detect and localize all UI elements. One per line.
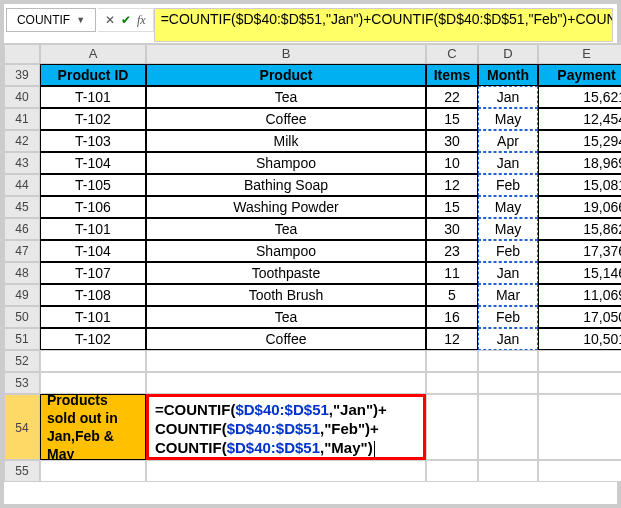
row-header[interactable]: 47 xyxy=(4,240,40,262)
cell[interactable]: Washing Powder xyxy=(146,196,426,218)
empty-cell[interactable] xyxy=(538,372,621,394)
cell-month[interactable]: Jan xyxy=(478,86,538,108)
cell[interactable]: T-104 xyxy=(40,240,146,262)
cell[interactable]: 15,294 xyxy=(538,130,621,152)
row-header[interactable]: 50 xyxy=(4,306,40,328)
row-header[interactable]: 48 xyxy=(4,262,40,284)
cell[interactable]: 15,862 xyxy=(538,218,621,240)
cell[interactable]: 12 xyxy=(426,174,478,196)
row-header[interactable]: 39 xyxy=(4,64,40,86)
empty-cell[interactable] xyxy=(538,350,621,372)
row-header[interactable]: 49 xyxy=(4,284,40,306)
row-header[interactable]: 55 xyxy=(4,460,40,482)
cell[interactable]: 11,069 xyxy=(538,284,621,306)
row-header[interactable]: 43 xyxy=(4,152,40,174)
row-header[interactable]: 52 xyxy=(4,350,40,372)
empty-cell[interactable] xyxy=(478,460,538,482)
empty-cell[interactable] xyxy=(146,350,426,372)
empty-cell[interactable] xyxy=(146,372,426,394)
cell[interactable]: T-107 xyxy=(40,262,146,284)
cell[interactable]: 15 xyxy=(426,108,478,130)
row-header[interactable]: 44 xyxy=(4,174,40,196)
cell[interactable]: T-101 xyxy=(40,86,146,108)
cell-month[interactable]: May xyxy=(478,108,538,130)
cell[interactable]: 23 xyxy=(426,240,478,262)
empty-cell[interactable] xyxy=(426,460,478,482)
empty-cell[interactable] xyxy=(40,350,146,372)
spreadsheet-grid[interactable]: A B C D E 39 Product ID Product Items Mo… xyxy=(4,44,617,482)
cell[interactable]: T-101 xyxy=(40,218,146,240)
cell[interactable]: 15 xyxy=(426,196,478,218)
header-items[interactable]: Items xyxy=(426,64,478,86)
cell[interactable]: 22 xyxy=(426,86,478,108)
row-header[interactable]: 53 xyxy=(4,372,40,394)
cell-month[interactable]: Apr xyxy=(478,130,538,152)
empty-cell[interactable] xyxy=(40,460,146,482)
select-all-corner[interactable] xyxy=(4,44,40,64)
formula-bar-input[interactable]: =COUNTIF($D$40:$D$51,"Jan")+COUNTIF($D$4… xyxy=(154,8,613,42)
empty-cell[interactable] xyxy=(146,460,426,482)
row-header[interactable]: 45 xyxy=(4,196,40,218)
name-box[interactable]: COUNTIF ▼ xyxy=(6,8,96,32)
row-header[interactable]: 51 xyxy=(4,328,40,350)
header-product-id[interactable]: Product ID xyxy=(40,64,146,86)
empty-cell[interactable] xyxy=(538,394,621,460)
cell[interactable]: Toothpaste xyxy=(146,262,426,284)
col-header-E[interactable]: E xyxy=(538,44,621,64)
cell[interactable]: 5 xyxy=(426,284,478,306)
cell-month[interactable]: May xyxy=(478,196,538,218)
row-header[interactable]: 54 xyxy=(4,394,40,460)
cancel-icon[interactable]: ✕ xyxy=(105,13,115,27)
cell[interactable]: T-102 xyxy=(40,108,146,130)
cell[interactable]: T-108 xyxy=(40,284,146,306)
cell[interactable]: 17,050 xyxy=(538,306,621,328)
cell-month[interactable]: Feb xyxy=(478,306,538,328)
cell-month[interactable]: Feb xyxy=(478,174,538,196)
cell-month[interactable]: Feb xyxy=(478,240,538,262)
empty-cell[interactable] xyxy=(478,372,538,394)
cell[interactable]: T-106 xyxy=(40,196,146,218)
empty-cell[interactable] xyxy=(426,350,478,372)
row-header[interactable]: 46 xyxy=(4,218,40,240)
header-product[interactable]: Product xyxy=(146,64,426,86)
empty-cell[interactable] xyxy=(426,394,478,460)
col-header-B[interactable]: B xyxy=(146,44,426,64)
cell-month[interactable]: May xyxy=(478,218,538,240)
header-month[interactable]: Month xyxy=(478,64,538,86)
cell-month[interactable]: Mar xyxy=(478,284,538,306)
cell[interactable]: 15,146 xyxy=(538,262,621,284)
cell[interactable]: Tea xyxy=(146,306,426,328)
cell-month[interactable]: Jan xyxy=(478,328,538,350)
cell[interactable]: 19,066 xyxy=(538,196,621,218)
cell[interactable]: 12 xyxy=(426,328,478,350)
cell-month[interactable]: Jan xyxy=(478,262,538,284)
cell[interactable]: 15,081 xyxy=(538,174,621,196)
cell[interactable]: Coffee xyxy=(146,328,426,350)
header-payment[interactable]: Payment (Rs.) xyxy=(538,64,621,86)
col-header-D[interactable]: D xyxy=(478,44,538,64)
empty-cell[interactable] xyxy=(426,372,478,394)
cell-month[interactable]: Jan xyxy=(478,152,538,174)
cell[interactable]: 16 xyxy=(426,306,478,328)
cell[interactable]: 15,621 xyxy=(538,86,621,108)
cell[interactable]: T-102 xyxy=(40,328,146,350)
cell[interactable]: 10,501 xyxy=(538,328,621,350)
row-header[interactable]: 42 xyxy=(4,130,40,152)
cell[interactable]: 10 xyxy=(426,152,478,174)
cell[interactable]: 12,454 xyxy=(538,108,621,130)
cell[interactable]: 17,376 xyxy=(538,240,621,262)
cell[interactable]: Bathing Soap xyxy=(146,174,426,196)
cell[interactable]: Tooth Brush xyxy=(146,284,426,306)
row-header[interactable]: 40 xyxy=(4,86,40,108)
cell[interactable]: Shampoo xyxy=(146,240,426,262)
cell[interactable]: Shampoo xyxy=(146,152,426,174)
cell[interactable]: Coffee xyxy=(146,108,426,130)
empty-cell[interactable] xyxy=(478,394,538,460)
col-header-A[interactable]: A xyxy=(40,44,146,64)
cell[interactable]: Tea xyxy=(146,218,426,240)
cell[interactable]: T-103 xyxy=(40,130,146,152)
cell[interactable]: T-104 xyxy=(40,152,146,174)
cell[interactable]: 18,969 xyxy=(538,152,621,174)
enter-icon[interactable]: ✔ xyxy=(121,13,131,27)
summary-label-cell[interactable]: Products sold out in Jan,Feb & May xyxy=(40,394,146,460)
